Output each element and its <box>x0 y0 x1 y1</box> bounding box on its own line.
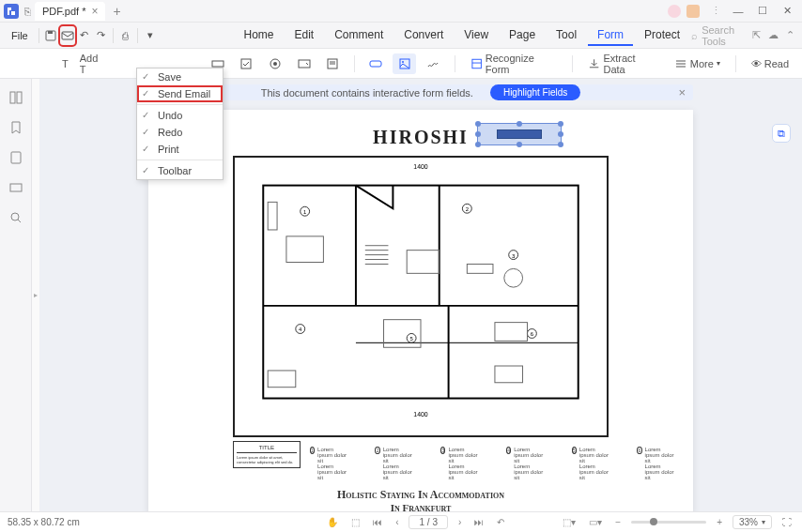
resize-handle-icon[interactable] <box>558 131 563 137</box>
zoom-slider[interactable] <box>631 521 706 524</box>
email-button[interactable] <box>60 26 75 45</box>
form-listbox-icon[interactable] <box>321 53 345 74</box>
text-tool[interactable]: T <box>56 53 74 74</box>
fullscreen-icon[interactable]: ⛶ <box>779 517 794 527</box>
svg-text:3: 3 <box>512 253 516 259</box>
chevron-up-icon[interactable]: ⌃ <box>785 28 796 43</box>
field-panel-icon[interactable] <box>7 178 25 197</box>
history-back-icon[interactable]: ↶ <box>494 517 507 527</box>
menu-protect[interactable]: Protect <box>635 25 689 46</box>
dropdown-item-save[interactable]: ✓Save <box>137 68 223 85</box>
close-window-button[interactable]: ✕ <box>776 4 798 19</box>
menu-view[interactable]: View <box>455 25 498 46</box>
first-page-icon[interactable]: ⏮ <box>370 517 385 527</box>
resize-handle-icon[interactable] <box>475 121 481 127</box>
select-tool-icon[interactable]: ⬚ <box>348 517 362 527</box>
view-mode-icon[interactable]: ▭▾ <box>586 517 605 527</box>
svg-rect-52 <box>495 366 523 383</box>
search-panel-icon[interactable] <box>7 208 25 227</box>
search-icon: ⌕ <box>691 30 698 41</box>
zoom-level[interactable]: 33%▾ <box>733 515 772 529</box>
file-menu[interactable]: File <box>6 28 34 43</box>
menu-page[interactable]: Page <box>500 25 545 46</box>
notification-badge-pink-icon[interactable] <box>668 5 681 18</box>
add-text-label: Add T <box>80 53 106 75</box>
dropdown-item-undo[interactable]: ✓Undo <box>137 107 223 124</box>
menu-edit[interactable]: Edit <box>285 25 324 46</box>
document-tab[interactable]: PDF.pdf * × <box>35 2 105 21</box>
last-page-icon[interactable]: ⏭ <box>471 517 486 527</box>
maximize-button[interactable]: ☐ <box>751 4 774 19</box>
form-button-icon[interactable] <box>364 53 388 74</box>
cloud-icon[interactable]: ☁ <box>767 28 779 43</box>
highlight-fields-button[interactable]: Highlight Fields <box>490 84 580 100</box>
resize-handle-icon[interactable] <box>558 142 563 147</box>
kebab-icon[interactable]: ⋮ <box>705 5 727 17</box>
copy-link-icon[interactable]: ⧉ <box>772 124 791 143</box>
form-signature-icon[interactable] <box>422 53 445 74</box>
sidebar-expander[interactable]: ▸ <box>32 79 39 511</box>
bookmark-panel-icon[interactable] <box>7 118 25 137</box>
subtitle-2: In Frankfurt <box>167 502 674 511</box>
page-number-input[interactable]: 1 / 3 <box>409 515 447 529</box>
form-checkbox-icon[interactable] <box>235 53 258 74</box>
svg-text:4: 4 <box>299 327 302 332</box>
prev-page-icon[interactable]: ‹ <box>393 517 401 527</box>
thumbnails-panel-icon[interactable] <box>7 88 25 107</box>
read-button[interactable]: 👁 Read <box>746 53 794 74</box>
zoom-out-icon[interactable]: − <box>612 517 624 527</box>
dropdown-item-send-email[interactable]: ✓Send Email <box>137 85 223 102</box>
form-image-icon[interactable] <box>393 53 416 74</box>
menu-tool[interactable]: Tool <box>547 25 586 46</box>
notification-badge-orange-icon[interactable] <box>686 5 700 18</box>
form-radio-icon[interactable] <box>264 53 287 74</box>
add-tab-button[interactable]: + <box>113 4 120 19</box>
search-tools[interactable]: ⌕ Search Tools <box>691 24 745 47</box>
menu-home[interactable]: Home <box>235 25 284 46</box>
app-icon <box>4 4 19 19</box>
svg-line-24 <box>18 220 21 222</box>
dropdown-item-print[interactable]: ✓Print <box>137 141 223 158</box>
dropdown-item-toolbar[interactable]: ✓Toolbar <box>137 162 223 179</box>
resize-handle-icon[interactable] <box>517 142 522 147</box>
eye-icon: 👁 <box>751 58 762 69</box>
svg-rect-49 <box>268 371 296 388</box>
save-button[interactable] <box>43 26 58 45</box>
quickbar-customize-button[interactable]: ▾ <box>143 26 158 45</box>
print-button[interactable]: ⎙ <box>118 26 133 45</box>
menu-comment[interactable]: Comment <box>325 25 393 46</box>
attachment-panel-icon[interactable] <box>7 148 25 167</box>
menu-convert[interactable]: Convert <box>394 25 453 46</box>
more-button[interactable]: More▾ <box>669 53 726 74</box>
close-tab-icon[interactable]: × <box>91 5 98 18</box>
share-icon[interactable]: ⇱ <box>750 28 762 43</box>
recognize-form-button[interactable]: Recognize Form <box>465 53 563 74</box>
svg-rect-20 <box>17 92 22 103</box>
svg-text:6: 6 <box>531 331 534 337</box>
redo-button[interactable]: ↷ <box>93 26 108 45</box>
undo-button[interactable]: ↶ <box>77 26 92 45</box>
resize-handle-icon[interactable] <box>517 121 522 127</box>
minimize-button[interactable]: — <box>727 4 749 19</box>
extract-data-button[interactable]: Extract Data <box>582 53 663 74</box>
svg-rect-4 <box>241 59 251 68</box>
dropdown-item-redo[interactable]: ✓Redo <box>137 124 223 141</box>
form-combobox-icon[interactable] <box>292 53 316 74</box>
svg-rect-45 <box>268 202 277 230</box>
svg-text:2: 2 <box>466 206 469 212</box>
hand-tool-icon[interactable]: ✋ <box>324 517 341 527</box>
svg-rect-3 <box>212 61 224 67</box>
svg-rect-46 <box>407 251 440 274</box>
close-notice-icon[interactable]: × <box>678 85 686 99</box>
resize-handle-icon[interactable] <box>558 121 563 127</box>
svg-text:5: 5 <box>409 336 413 342</box>
form-notice-bar: This document contains interactive form … <box>148 84 693 100</box>
selected-form-field[interactable] <box>477 123 562 145</box>
zoom-in-icon[interactable]: + <box>714 517 725 527</box>
tab-title: PDF.pdf * <box>42 6 85 17</box>
next-page-icon[interactable]: › <box>455 517 464 527</box>
resize-handle-icon[interactable] <box>475 142 481 147</box>
resize-handle-icon[interactable] <box>475 131 481 137</box>
menu-form[interactable]: Form <box>588 25 633 46</box>
fit-page-icon[interactable]: ⬚▾ <box>560 517 578 527</box>
